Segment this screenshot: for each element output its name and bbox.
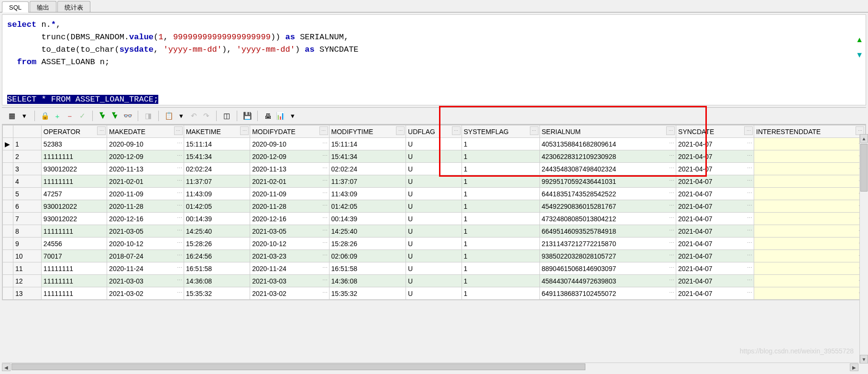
cell[interactable]: 2020-11-09⋯: [107, 188, 184, 200]
cell[interactable]: 11111111: [41, 287, 107, 300]
cell[interactable]: 24435483087498402324⋯: [539, 163, 676, 175]
scroll-right-button[interactable]: ▶: [850, 363, 858, 371]
cell[interactable]: 2020-11-28⋯: [250, 200, 329, 213]
cell[interactable]: 2020-11-24⋯: [107, 262, 184, 275]
cell[interactable]: 2020-12-16⋯: [107, 213, 184, 225]
cell-menu-icon[interactable]: ⋯: [669, 140, 674, 147]
cell-menu-icon[interactable]: ⋯: [322, 153, 327, 159]
cell[interactable]: 2021-03-03⋯: [250, 275, 329, 287]
cell[interactable]: 2021-04-07⋯: [676, 238, 754, 250]
cell[interactable]: 2021-04-07⋯: [676, 275, 754, 287]
table-row[interactable]: 5472572020-11-09⋯11:43:092020-11-09⋯11:4…: [3, 188, 866, 200]
cell[interactable]: 2020-09-10⋯: [107, 138, 184, 150]
export-drop-icon[interactable]: ▾: [287, 111, 298, 121]
cell[interactable]: 2020-10-12⋯: [107, 238, 184, 250]
cell[interactable]: 11:43:09: [329, 188, 406, 200]
cell-menu-icon[interactable]: ⋯: [322, 190, 327, 196]
cell[interactable]: 11:37:07: [184, 175, 250, 188]
cell[interactable]: 15:41:34: [184, 150, 250, 163]
cell[interactable]: 21311437212772215870⋯: [539, 238, 676, 250]
cell-menu-icon[interactable]: ⋯: [669, 227, 674, 234]
scroll-v-thumb[interactable]: [860, 144, 868, 192]
cell[interactable]: 52383: [41, 138, 107, 150]
cell[interactable]: 1: [461, 250, 539, 262]
cell[interactable]: 2021-03-02⋯: [107, 287, 184, 300]
cell[interactable]: ⋯: [754, 175, 866, 188]
cell-menu-icon[interactable]: ⋯: [669, 252, 674, 259]
cell[interactable]: U: [406, 250, 461, 262]
table-row[interactable]: 12111111112021-03-03⋯14:36:082021-03-03⋯…: [3, 275, 866, 287]
undo-icon[interactable]: ↶: [188, 111, 199, 121]
sort-icon[interactable]: ⋯: [97, 126, 106, 135]
cell[interactable]: 15:41:34: [329, 150, 406, 163]
cell-menu-icon[interactable]: ⋯: [177, 227, 182, 234]
result-grid[interactable]: OPERATOR⋯MAKEDATE⋯MAKETIME⋯MODIFYDATE⋯MO…: [2, 125, 866, 300]
cell[interactable]: 64418351743528542522⋯: [539, 188, 676, 200]
cell[interactable]: 2021-04-07⋯: [676, 250, 754, 262]
cell[interactable]: ⋯: [754, 163, 866, 175]
minus-icon[interactable]: −: [65, 111, 75, 121]
print-icon[interactable]: 🖶: [263, 111, 273, 121]
cell[interactable]: 2018-07-24⋯: [107, 250, 184, 262]
cell[interactable]: 11111111: [41, 175, 107, 188]
table-row[interactable]: 8111111112021-03-05⋯14:25:402021-03-05⋯1…: [3, 225, 866, 238]
cell[interactable]: 70017: [41, 250, 107, 262]
cell[interactable]: 11111111: [41, 262, 107, 275]
cell-menu-icon[interactable]: ⋯: [322, 203, 327, 209]
cell[interactable]: 15:11:14: [329, 138, 406, 150]
cell[interactable]: 99295170592436441031⋯: [539, 175, 676, 188]
cell-menu-icon[interactable]: ⋯: [669, 265, 674, 271]
cell-menu-icon[interactable]: ⋯: [747, 215, 752, 221]
tab-sql[interactable]: SQL: [2, 1, 29, 12]
table-row[interactable]: 79300120222020-12-16⋯00:14:392020-12-16⋯…: [3, 213, 866, 225]
cell[interactable]: 1: [461, 150, 539, 163]
cell-menu-icon[interactable]: ⋯: [669, 277, 674, 283]
cell[interactable]: 1: [461, 163, 539, 175]
cell[interactable]: 2021-04-07⋯: [676, 175, 754, 188]
cell-menu-icon[interactable]: ⋯: [322, 165, 327, 171]
cell-menu-icon[interactable]: ⋯: [747, 203, 752, 209]
export-icon[interactable]: 📊: [275, 111, 286, 121]
cell[interactable]: 14:25:40: [329, 225, 406, 238]
column-header-modifydate[interactable]: MODIFYDATE⋯: [250, 125, 329, 138]
vertical-scrollbar[interactable]: ▲ ▼: [859, 134, 868, 363]
cell[interactable]: U: [406, 213, 461, 225]
sort-icon[interactable]: ⋯: [174, 126, 183, 135]
sql-editor[interactable]: select n.*, trunc(DBMS_RANDOM.value(1, 9…: [2, 14, 866, 105]
lock-icon[interactable]: 🔒: [40, 111, 50, 121]
cell[interactable]: U: [406, 200, 461, 213]
fetch-all-icon[interactable]: ▼▾: [110, 111, 121, 121]
cell[interactable]: 2020-12-09⋯: [250, 150, 329, 163]
cell[interactable]: 2021-03-05⋯: [250, 225, 329, 238]
redo-icon[interactable]: ↷: [201, 111, 211, 121]
cell[interactable]: 2021-02-01⋯: [250, 175, 329, 188]
scroll-up-icon[interactable]: ▲: [856, 35, 863, 44]
cell[interactable]: 2021-03-23⋯: [250, 250, 329, 262]
dropdown-icon[interactable]: ▾: [19, 111, 30, 121]
scroll-down-button[interactable]: ▼: [860, 355, 868, 363]
cell[interactable]: 15:28:26: [329, 238, 406, 250]
cell[interactable]: 1: [461, 213, 539, 225]
cell[interactable]: 11111111: [41, 275, 107, 287]
cell-menu-icon[interactable]: ⋯: [177, 190, 182, 196]
table-row[interactable]: 39300120222020-11-13⋯02:02:242020-11-13⋯…: [3, 163, 866, 175]
cell[interactable]: 1: [461, 238, 539, 250]
table-row[interactable]: 69300120222020-11-28⋯01:42:052020-11-28⋯…: [3, 200, 866, 213]
cell[interactable]: 14:36:08: [184, 275, 250, 287]
cell[interactable]: 1: [461, 225, 539, 238]
cell[interactable]: U: [406, 163, 461, 175]
sort-icon[interactable]: ⋯: [240, 126, 249, 135]
cell[interactable]: 2020-10-12⋯: [250, 238, 329, 250]
cell[interactable]: 2021-03-03⋯: [107, 275, 184, 287]
cell[interactable]: 16:24:56: [184, 250, 250, 262]
plus-icon[interactable]: +: [52, 111, 63, 121]
cell[interactable]: ⋯: [754, 262, 866, 275]
cell-menu-icon[interactable]: ⋯: [747, 165, 752, 171]
cell[interactable]: 45492290836015281767⋯: [539, 200, 676, 213]
cell[interactable]: 2020-12-16⋯: [250, 213, 329, 225]
scroll-up-button[interactable]: ▲: [860, 134, 868, 143]
column-header-syncdate[interactable]: SYNCDATE⋯: [676, 125, 754, 138]
cell[interactable]: 93850220328028105727⋯: [539, 250, 676, 262]
cell[interactable]: U: [406, 150, 461, 163]
cell[interactable]: ⋯: [754, 213, 866, 225]
